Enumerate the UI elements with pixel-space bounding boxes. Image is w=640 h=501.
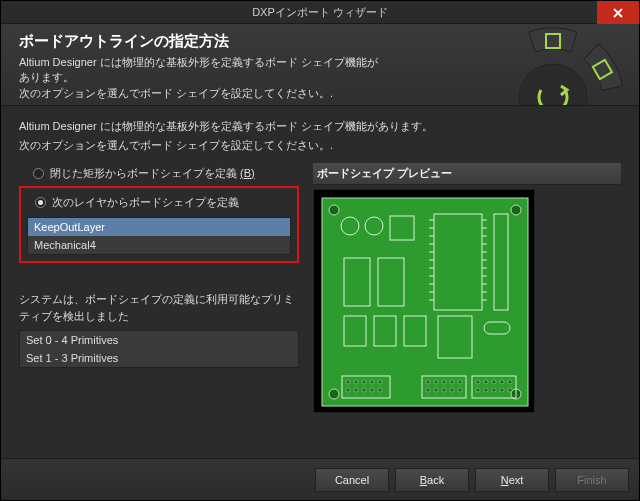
header-graphic-icon (473, 24, 633, 106)
svg-point-55 (378, 388, 382, 392)
radio-from-layer[interactable]: 次のレイヤからボードシェイプを定義 (27, 192, 291, 213)
svg-point-50 (378, 380, 382, 384)
radio-mnemonic-1: (B) (240, 167, 255, 179)
svg-point-7 (329, 389, 339, 399)
pcb-preview-icon (314, 190, 535, 413)
page-description-2: 次のオプションを選んでボード シェイプを設定してください。. (19, 86, 379, 101)
svg-point-54 (370, 388, 374, 392)
svg-point-56 (426, 380, 430, 384)
highlight-box: 次のレイヤからボードシェイプを定義 KeepOutLayer Mechanica… (19, 186, 299, 263)
wizard-footer: Cancel Back Next Finish (1, 458, 639, 500)
close-icon (613, 8, 623, 18)
wizard-body: Altium Designer には物理的な基板外形を定義するボード シェイプ機… (1, 106, 639, 413)
svg-point-75 (508, 388, 512, 392)
svg-point-67 (484, 380, 488, 384)
detected-text: システムは、ボードシェイプの定義に利用可能なプリミティブを検出しました (19, 291, 299, 324)
cancel-button[interactable]: Cancel (315, 468, 389, 492)
next-button[interactable]: Next (475, 468, 549, 492)
svg-point-70 (508, 380, 512, 384)
svg-point-60 (458, 380, 462, 384)
set-item-0[interactable]: Set 0 - 4 Primitives (20, 331, 298, 349)
radio-label-1: 閉じた矩形からボードシェイプを定義 (50, 167, 240, 179)
svg-point-47 (354, 380, 358, 384)
svg-point-5 (329, 205, 339, 215)
svg-point-46 (346, 380, 350, 384)
window-title: DXPインポート ウィザード (252, 5, 388, 20)
finish-button: Finish (555, 468, 629, 492)
layer-listbox[interactable]: KeepOutLayer Mechanical4 (27, 217, 291, 255)
svg-point-53 (362, 388, 366, 392)
svg-point-68 (492, 380, 496, 384)
svg-point-6 (511, 205, 521, 215)
radio-label-2: 次のレイヤからボードシェイプを定義 (52, 195, 239, 210)
preview-column: ボードシェイプ プレビュー (313, 163, 621, 413)
svg-point-62 (434, 388, 438, 392)
close-button[interactable] (597, 1, 639, 24)
svg-point-74 (500, 388, 504, 392)
svg-point-52 (354, 388, 358, 392)
set-item-1[interactable]: Set 1 - 3 Primitives (20, 349, 298, 367)
svg-point-65 (458, 388, 462, 392)
titlebar: DXPインポート ウィザード (1, 1, 639, 24)
preview-title: ボードシェイプ プレビュー (313, 163, 621, 185)
primitive-sets-listbox[interactable]: Set 0 - 4 Primitives Set 1 - 3 Primitive… (19, 330, 299, 368)
radio-icon (33, 168, 44, 179)
svg-point-59 (450, 380, 454, 384)
layer-item-keepout[interactable]: KeepOutLayer (28, 218, 290, 236)
svg-point-57 (434, 380, 438, 384)
svg-point-66 (476, 380, 480, 384)
svg-point-3 (519, 64, 587, 106)
options-column: 閉じた矩形からボードシェイプを定義 (B) 次のレイヤからボードシェイプを定義 … (19, 163, 299, 413)
intro-text-1: Altium Designer には物理的な基板外形を定義するボード シェイプ機… (19, 118, 621, 135)
svg-point-71 (476, 388, 480, 392)
svg-point-61 (426, 388, 430, 392)
svg-point-72 (484, 388, 488, 392)
intro-text-2: 次のオプションを選んでボード シェイプを設定してください。. (19, 137, 621, 154)
svg-point-64 (450, 388, 454, 392)
radio-icon (35, 197, 46, 208)
svg-point-58 (442, 380, 446, 384)
wizard-header: ボードアウトラインの指定方法 Altium Designer には物理的な基板外… (1, 24, 639, 106)
board-shape-preview (313, 189, 535, 413)
svg-point-48 (362, 380, 366, 384)
layer-item-mechanical4[interactable]: Mechanical4 (28, 236, 290, 254)
svg-point-51 (346, 388, 350, 392)
page-description-1: Altium Designer には物理的な基板外形を定義するボード シェイプ機… (19, 55, 379, 86)
svg-point-73 (492, 388, 496, 392)
svg-rect-4 (322, 198, 528, 406)
svg-point-63 (442, 388, 446, 392)
radio-from-rectangle[interactable]: 閉じた矩形からボードシェイプを定義 (B) (19, 163, 299, 184)
svg-point-69 (500, 380, 504, 384)
wizard-window: DXPインポート ウィザード ボードアウトラインの指定方法 Altium Des… (0, 0, 640, 501)
svg-point-49 (370, 380, 374, 384)
back-button[interactable]: Back (395, 468, 469, 492)
